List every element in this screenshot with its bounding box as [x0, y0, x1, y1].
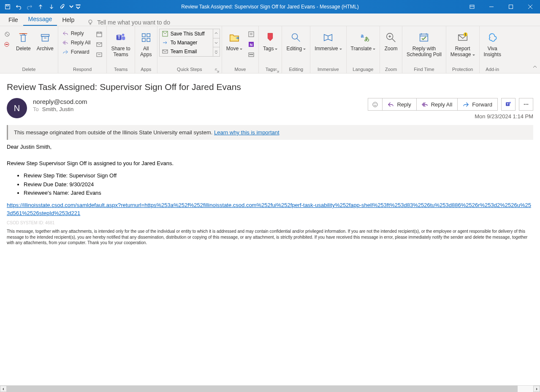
tell-me-search[interactable]: Tell me what you want to do [87, 19, 170, 26]
to-line: ToSmith, Justin [33, 106, 362, 112]
ignore-icon[interactable] [2, 30, 13, 39]
group-apps: All Apps Apps [135, 26, 157, 73]
qs-expand-icon[interactable] [213, 47, 220, 56]
junk-dropdown-icon[interactable] [2, 40, 13, 49]
qs-scroll-down-icon[interactable] [213, 38, 220, 48]
collapse-ribbon-icon[interactable] [532, 64, 537, 71]
scheduling-poll-button[interactable]: Reply with Scheduling Poll [404, 29, 444, 57]
tags-button[interactable]: Tags [261, 29, 280, 52]
report-label: Report Message [450, 46, 475, 57]
all-apps-button[interactable]: All Apps [137, 29, 155, 57]
qat-dropdown-icon[interactable] [68, 2, 74, 12]
teams-chat-icon[interactable]: T [501, 98, 516, 111]
reply-button[interactable]: Reply [60, 29, 93, 38]
group-editing: Editing Editing [282, 26, 310, 73]
move-button[interactable]: Move [224, 29, 245, 52]
svg-rect-3 [509, 5, 513, 9]
ribbon-display-icon[interactable] [462, 0, 482, 14]
qs-to-manager[interactable]: To Manager [160, 38, 213, 47]
group-respond: Reply Reply All Forward Respond [58, 26, 107, 73]
lightbulb-icon [87, 19, 94, 26]
scroll-track[interactable] [7, 386, 533, 392]
forward-button[interactable]: Forward [60, 47, 93, 57]
translate-button[interactable]: aあ Translate [348, 29, 378, 52]
group-label-teams: Teams [109, 66, 133, 73]
attachment-icon[interactable] [57, 2, 68, 12]
body-link[interactable]: https://illinoisstate.csod.com/samldefau… [7, 202, 531, 216]
tab-help[interactable]: Help [57, 14, 79, 26]
report-message-button[interactable]: ! Report Message [448, 29, 478, 57]
rules-icon[interactable] [246, 30, 257, 39]
svg-text:a: a [361, 33, 364, 39]
action-reply-button[interactable]: Reply [383, 98, 416, 111]
group-label-apps: Apps [137, 66, 155, 73]
qs-team-email[interactable]: Team Email [160, 47, 213, 56]
meeting-reply-icon[interactable] [94, 30, 105, 39]
redo-icon[interactable] [24, 2, 35, 12]
svg-point-4 [89, 20, 92, 23]
quick-access-toolbar [0, 2, 81, 12]
tags-dialog-launcher-icon[interactable] [275, 67, 280, 72]
delete-button[interactable]: Delete [14, 29, 33, 52]
immersive-button[interactable]: Immersive [312, 29, 344, 52]
share-to-teams-button[interactable]: T Share to Teams [109, 29, 133, 57]
message-timestamp: Mon 9/23/2024 1:14 PM [475, 113, 533, 120]
qat-customize-icon[interactable] [75, 2, 81, 12]
group-findtime: Reply with Scheduling Poll Find Time [402, 26, 446, 73]
svg-point-29 [292, 34, 298, 39]
actions-icon[interactable] [246, 50, 257, 59]
ribbon: Delete Archive Delete Reply Reply All Fo… [0, 26, 540, 74]
forward-attachment-icon[interactable] [94, 40, 105, 49]
group-label-editing: Editing [284, 66, 308, 73]
action-forward-button[interactable]: Forward [458, 98, 498, 111]
save-icon[interactable] [3, 2, 13, 12]
share-teams-label: Share to Teams [111, 46, 130, 57]
svg-rect-15 [122, 36, 125, 40]
more-respond-icon[interactable] [94, 50, 105, 59]
zoom-button[interactable]: Zoom [382, 29, 400, 52]
group-label-respond: Respond [60, 66, 105, 73]
maximize-button[interactable] [501, 0, 521, 14]
reply-all-button[interactable]: Reply All [60, 38, 93, 47]
undo-icon[interactable] [14, 2, 24, 12]
svg-point-42 [509, 102, 511, 103]
translate-label: Translate [351, 46, 376, 52]
minimize-button[interactable] [482, 0, 501, 14]
editing-button[interactable]: Editing [284, 29, 308, 52]
scroll-right-icon[interactable] [533, 386, 540, 392]
tab-file[interactable]: File [3, 14, 23, 26]
qs-dialog-launcher-icon[interactable] [215, 67, 220, 72]
to-label: To [33, 106, 39, 112]
archive-button[interactable]: Archive [34, 29, 56, 52]
next-item-icon[interactable] [46, 2, 57, 12]
scroll-left-icon[interactable] [0, 386, 7, 392]
close-button[interactable] [521, 0, 540, 14]
action-reply-all-button[interactable]: Reply All [417, 98, 458, 111]
viva-insights-button[interactable]: Viva Insights [481, 29, 504, 57]
group-label-zoom: Zoom [382, 66, 400, 73]
qs-scroll-up-icon[interactable] [213, 29, 220, 38]
svg-point-37 [373, 102, 377, 106]
tab-message[interactable]: Message [23, 13, 57, 26]
svg-point-38 [374, 103, 375, 104]
scroll-thumb[interactable] [7, 386, 518, 392]
onenote-icon[interactable]: N [246, 40, 257, 49]
more-actions-icon[interactable] [519, 98, 533, 111]
previous-item-icon[interactable] [35, 2, 46, 12]
svg-rect-2 [470, 5, 474, 8]
message-header: N noreply@csod.com ToSmith, Justin Reply… [7, 98, 533, 118]
message-body: Dear Justin Smith, Review Step Superviso… [7, 143, 533, 246]
svg-point-26 [250, 54, 250, 55]
archive-label: Archive [37, 46, 54, 52]
svg-rect-9 [97, 32, 102, 37]
svg-rect-18 [142, 38, 145, 42]
to-recipient: Smith, Justin [42, 106, 73, 112]
qs-save-this-stuff[interactable]: Save This Stuff [160, 29, 213, 38]
svg-point-14 [122, 34, 125, 36]
ext-banner-link[interactable]: Learn why this is important [214, 129, 279, 136]
sender-avatar[interactable]: N [7, 98, 27, 118]
group-label-addin: Add-in [481, 66, 504, 73]
react-button[interactable] [368, 98, 383, 111]
svg-rect-22 [249, 32, 254, 37]
move-label: Move [226, 46, 242, 52]
